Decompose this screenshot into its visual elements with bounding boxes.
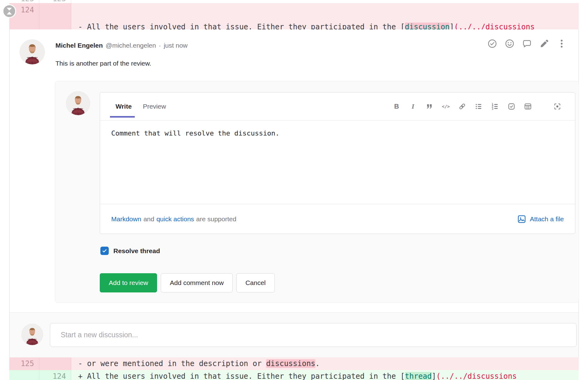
more-actions-icon[interactable] [556, 38, 567, 49]
diff-code-cell: - All the users involved in that issue. … [71, 3, 579, 29]
new-line-number-cell[interactable]: 124 [39, 370, 71, 380]
diff-removed-row: 125 - or were mentioned in the descripti… [9, 357, 579, 370]
tab-preview[interactable]: Preview [142, 93, 167, 120]
diff-table-top: 123 123 124 - All the users involved in … [9, 0, 579, 29]
author-username[interactable]: @michel.engelen [106, 42, 156, 49]
diff-code-line: - or were mentioned in the description o… [71, 357, 579, 370]
italic-icon[interactable]: I [408, 102, 418, 111]
editor-tabs: Write Preview [115, 93, 167, 120]
comment-timestamp[interactable]: just now [164, 42, 187, 49]
editor-header: Write Preview BI</>123 [100, 93, 575, 121]
new-discussion-section [10, 312, 578, 357]
cancel-button[interactable]: Cancel [236, 273, 274, 292]
markdown-link[interactable]: Markdown [111, 215, 141, 223]
resolve-thread-control: Resolve thread [100, 247, 160, 255]
merge-request-diff-discussion-view: 123 123 124 - All the users involved in … [0, 0, 588, 380]
new-line-number-cell: 123 [39, 0, 71, 3]
attach-file-label: Attach a file [530, 215, 564, 223]
old-line-number-cell: 123 [9, 0, 39, 3]
add-comment-now-button[interactable]: Add comment now [161, 273, 233, 292]
attach-image-icon [517, 214, 526, 224]
old-line-number: 123 [21, 0, 34, 3]
numbered-list-icon[interactable]: 123 [490, 102, 500, 111]
new-line-number: 124 [53, 372, 66, 380]
fullscreen-icon[interactable] [553, 102, 562, 111]
new-line-number-cell [39, 357, 71, 370]
svg-text:</>: </> [442, 104, 450, 109]
new-line-number-cell [39, 3, 71, 29]
old-line-number-cell[interactable]: 125 [9, 357, 39, 370]
and-text: and [143, 215, 154, 223]
code-token: discussions [266, 359, 315, 368]
current-user-avatar [66, 92, 90, 115]
code-icon[interactable]: </> [441, 102, 450, 111]
comment-actions [487, 38, 567, 49]
discussion-notes-section: Michel Engelen @michel.engelen · just no… [9, 29, 579, 357]
diff-code-line: - All the users involved in that issue. … [71, 20, 579, 29]
start-discussion-input[interactable] [50, 323, 577, 347]
old-line-number: 124 [21, 6, 34, 14]
bold-icon[interactable]: B [392, 102, 401, 111]
comment-author-avatar[interactable] [20, 40, 45, 64]
collapse-diff-lines-button[interactable] [2, 4, 16, 18]
tab-write[interactable]: Write [115, 93, 132, 120]
code-token: (../../discussions [454, 23, 535, 29]
meta-separator: · [159, 42, 161, 49]
link-icon[interactable] [458, 102, 467, 111]
quick-actions-link[interactable]: quick actions [156, 215, 194, 223]
diff-context-row: 123 123 [9, 0, 579, 3]
diff-table-bottom: 125 - or were mentioned in the descripti… [9, 357, 579, 380]
new-line-number: 123 [53, 0, 66, 3]
task-list-icon[interactable] [507, 102, 516, 111]
markdown-support-note: Markdown and quick actions are supported [111, 215, 236, 223]
resolve-thread-checkbox[interactable] [100, 247, 109, 255]
diff-code-cell [71, 0, 579, 3]
code-token: . [315, 359, 320, 368]
comment-body: This is another part of the review. [55, 60, 151, 67]
diff-code-line: + All the users involved in that issue. … [71, 370, 579, 380]
current-user-avatar [22, 324, 43, 345]
resolved-check-icon[interactable] [487, 38, 498, 49]
formatting-toolbar: BI</>123 [392, 93, 562, 120]
resolve-thread-label: Resolve thread [113, 247, 160, 255]
comment-header: Michel Engelen @michel.engelen · just no… [55, 42, 188, 49]
bullet-list-icon[interactable] [474, 102, 483, 111]
reply-form: Write Preview BI</>123 Comment that will… [55, 81, 579, 303]
code-token: ] [432, 372, 436, 380]
code-token: discussion [405, 23, 450, 29]
svg-text:I: I [411, 103, 415, 110]
code-token: thread [405, 372, 432, 380]
comment-icon[interactable] [521, 38, 533, 49]
svg-text:B: B [394, 102, 399, 110]
attach-file-button[interactable]: Attach a file [517, 214, 564, 224]
code-token: (../../discussions [436, 372, 517, 380]
edit-icon[interactable] [539, 38, 550, 49]
diff-added-row: 124 + All the users involved in that iss… [9, 370, 579, 380]
editor-footer: Markdown and quick actions are supported… [100, 204, 575, 234]
supported-text: are supported [196, 215, 236, 223]
table-icon[interactable] [523, 102, 533, 111]
form-buttons: Add to review Add comment now Cancel [100, 273, 275, 292]
old-line-number: 125 [21, 359, 34, 368]
markdown-editor: Write Preview BI</>123 Comment that will… [100, 92, 575, 234]
code-token: + All the users involved in that issue. … [78, 372, 405, 380]
svg-text:3: 3 [492, 107, 493, 110]
comment-textarea[interactable]: Comment that will resolve the discussion… [100, 121, 575, 204]
code-token: - or were mentioned in the description o… [78, 359, 266, 368]
old-line-number-cell [9, 370, 39, 380]
author-name[interactable]: Michel Engelen [55, 42, 103, 49]
code-token: ] [450, 23, 454, 29]
code-token: - All the users involved in that issue. … [78, 23, 405, 29]
emoji-icon[interactable] [504, 38, 515, 49]
add-to-review-button[interactable]: Add to review [100, 273, 157, 292]
collapse-icon [6, 7, 13, 15]
diff-removed-row: 124 - All the users involved in that iss… [9, 3, 579, 29]
quote-icon[interactable] [425, 102, 434, 111]
